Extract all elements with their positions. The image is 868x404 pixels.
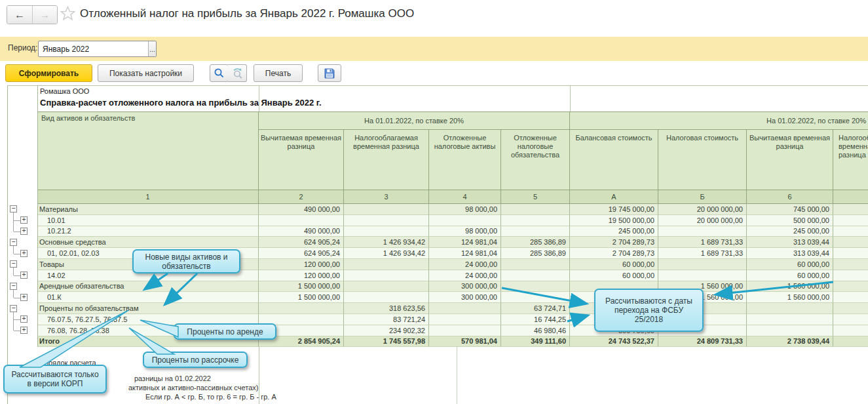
value-cell[interactable]: 624 905,24 xyxy=(259,237,344,248)
value-cell[interactable]: 60 000,00 xyxy=(747,270,833,281)
tree-expand-button[interactable]: + xyxy=(20,272,28,279)
value-cell[interactable] xyxy=(344,204,429,215)
value-cell[interactable] xyxy=(344,270,429,281)
value-cell[interactable]: 313 039,44 xyxy=(747,248,833,259)
value-cell[interactable] xyxy=(747,325,833,336)
tree-collapse-button[interactable]: − xyxy=(10,239,17,246)
value-cell[interactable]: 1 426 934,42 xyxy=(344,248,429,259)
value-cell[interactable] xyxy=(429,314,501,325)
value-cell[interactable] xyxy=(429,325,501,336)
value-cell[interactable] xyxy=(344,226,429,237)
value-cell[interactable]: 120 000,00 xyxy=(259,270,344,281)
value-cell[interactable]: 24 743 522,37 xyxy=(570,336,658,348)
value-cell[interactable]: 745 000,00 xyxy=(747,204,833,215)
tree-expand-button[interactable]: + xyxy=(20,327,28,334)
value-cell[interactable]: 2 704 289,73 xyxy=(570,237,658,248)
value-cell[interactable] xyxy=(344,292,429,303)
value-cell[interactable]: 1 426 934,42 xyxy=(344,237,429,248)
value-cell[interactable]: 2 704 289,73 xyxy=(570,248,658,259)
row-label-cell[interactable]: Арендные обязательства xyxy=(37,281,259,293)
row-label-cell[interactable]: Проценты по обязательствам xyxy=(37,303,259,314)
row-label-cell[interactable]: 10.21.2 xyxy=(37,226,259,237)
value-cell[interactable]: 570 981,04 xyxy=(429,336,501,348)
value-cell[interactable]: 20 000 000,00 xyxy=(658,215,747,226)
tree-expand-button[interactable]: + xyxy=(20,294,28,301)
value-cell[interactable] xyxy=(833,215,868,226)
value-cell[interactable] xyxy=(501,281,570,293)
value-cell[interactable] xyxy=(747,303,833,314)
value-cell[interactable] xyxy=(259,215,344,226)
tree-expand-button[interactable]: + xyxy=(20,315,28,323)
tree-expand-button[interactable]: + xyxy=(20,250,28,257)
value-cell[interactable] xyxy=(833,314,868,325)
value-cell[interactable]: 285 386,89 xyxy=(501,237,570,248)
value-cell[interactable] xyxy=(833,292,868,303)
value-cell[interactable]: 60 000,00 xyxy=(570,270,658,281)
value-cell[interactable] xyxy=(833,325,868,336)
value-cell[interactable]: 83 721,24 xyxy=(344,314,429,325)
value-cell[interactable]: 60 000,00 xyxy=(747,259,833,270)
value-cell[interactable] xyxy=(344,259,429,270)
value-cell[interactable] xyxy=(833,270,868,281)
value-cell[interactable]: 1 689 731,33 xyxy=(658,248,747,259)
row-label-cell[interactable]: 01.К xyxy=(37,292,259,303)
value-cell[interactable]: 63 724,71 xyxy=(501,303,570,314)
value-cell[interactable] xyxy=(833,226,868,237)
value-cell[interactable]: 16 744,25 xyxy=(501,314,570,325)
value-cell[interactable]: 98 000,00 xyxy=(429,204,501,215)
value-cell[interactable]: 300 000,00 xyxy=(429,281,501,293)
value-cell[interactable]: 24 000,00 xyxy=(429,270,501,281)
row-label-cell[interactable]: Основные средства xyxy=(37,237,259,248)
value-cell[interactable] xyxy=(833,237,868,248)
tree-expand-button[interactable]: + xyxy=(20,216,28,224)
value-cell[interactable]: 245 000,00 xyxy=(570,226,658,237)
value-cell[interactable]: 24 809 731,33 xyxy=(658,336,747,348)
value-cell[interactable]: 245 000,00 xyxy=(747,226,833,237)
tree-collapse-button[interactable]: − xyxy=(10,305,17,312)
value-cell[interactable] xyxy=(501,270,570,281)
value-cell[interactable] xyxy=(501,215,570,226)
value-cell[interactable] xyxy=(501,259,570,270)
value-cell[interactable] xyxy=(833,259,868,270)
value-cell[interactable]: 46 980,46 xyxy=(501,325,570,336)
value-cell[interactable]: 1 560 000,00 xyxy=(747,281,833,293)
value-cell[interactable]: 20 000 000,00 xyxy=(658,204,747,215)
value-cell[interactable] xyxy=(658,270,747,281)
value-cell[interactable]: 1 745 557,98 xyxy=(344,336,429,348)
value-cell[interactable] xyxy=(833,336,868,348)
value-cell[interactable] xyxy=(658,226,747,237)
value-cell[interactable] xyxy=(501,204,570,215)
row-label-cell[interactable]: Материалы xyxy=(37,204,259,215)
value-cell[interactable] xyxy=(833,248,868,259)
value-cell[interactable] xyxy=(747,314,833,325)
tree-collapse-button[interactable]: − xyxy=(10,205,17,212)
value-cell[interactable] xyxy=(344,215,429,226)
tree-collapse-button[interactable]: − xyxy=(10,260,17,268)
value-cell[interactable]: 490 000,00 xyxy=(259,204,344,215)
tree-expand-button[interactable]: + xyxy=(20,228,28,235)
value-cell[interactable]: 234 902,32 xyxy=(344,325,429,336)
value-cell[interactable] xyxy=(658,259,747,270)
value-cell[interactable]: 318 623,56 xyxy=(344,303,429,314)
row-label-cell[interactable]: 10.01 xyxy=(37,215,259,226)
value-cell[interactable]: 313 039,44 xyxy=(747,237,833,248)
tree-collapse-button[interactable]: − xyxy=(10,283,17,290)
value-cell[interactable]: 98 000,00 xyxy=(429,226,501,237)
value-cell[interactable] xyxy=(833,303,868,314)
value-cell[interactable]: 285 386,89 xyxy=(501,248,570,259)
value-cell[interactable]: 19 500 000,00 xyxy=(570,215,658,226)
value-cell[interactable] xyxy=(429,215,501,226)
value-cell[interactable] xyxy=(429,303,501,314)
value-cell[interactable] xyxy=(501,292,570,303)
value-cell[interactable]: 300 000,00 xyxy=(429,292,501,303)
value-cell[interactable]: 60 000,00 xyxy=(570,259,658,270)
value-cell[interactable]: 1 500 000,00 xyxy=(259,281,344,293)
value-cell[interactable]: 624 905,24 xyxy=(259,248,344,259)
value-cell[interactable]: 19 745 000,00 xyxy=(570,204,658,215)
value-cell[interactable]: 1 560 000,00 xyxy=(747,292,833,303)
value-cell[interactable] xyxy=(344,281,429,293)
value-cell[interactable]: 2 738 039,44 xyxy=(747,336,833,348)
value-cell[interactable]: 1 689 731,33 xyxy=(658,237,747,248)
value-cell[interactable]: 1 500 000,00 xyxy=(259,292,344,303)
value-cell[interactable] xyxy=(833,281,868,293)
